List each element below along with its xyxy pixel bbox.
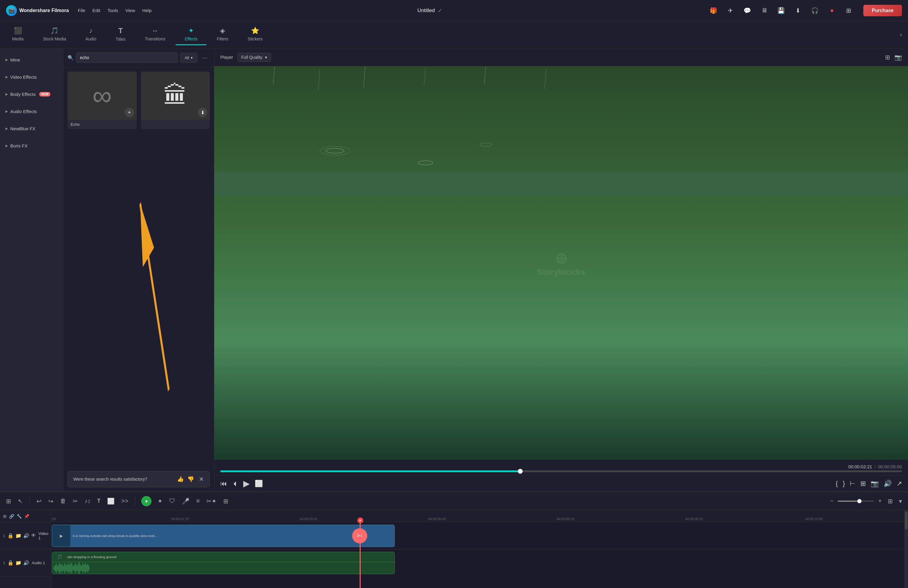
- video-folder-icon[interactable]: 📁: [15, 533, 21, 538]
- audio-clip[interactable]: 🎵 rain dropping in a flooding ground: [52, 552, 395, 574]
- timeline-scrollbar[interactable]: [905, 510, 908, 588]
- mic-button[interactable]: 🎤: [180, 496, 191, 506]
- grid-icon[interactable]: ⊞: [844, 5, 854, 16]
- menu-tools[interactable]: Tools: [108, 8, 118, 13]
- frame-back-button[interactable]: ⏴: [232, 480, 238, 488]
- crop-tl-button[interactable]: ⬜: [105, 496, 116, 506]
- add-track-icon[interactable]: ⊞: [3, 514, 6, 519]
- volume-button[interactable]: 🔊: [884, 480, 892, 488]
- tab-filters[interactable]: ◈ Filters: [208, 24, 237, 45]
- zoom-slider[interactable]: [838, 501, 874, 502]
- tab-audio[interactable]: ♪ Audio: [76, 24, 105, 45]
- scrollbar-thumb[interactable]: [905, 511, 908, 530]
- echo-add-button[interactable]: +: [125, 108, 134, 117]
- message-icon[interactable]: 💬: [742, 5, 753, 16]
- bank-download-button[interactable]: ⬇: [198, 108, 207, 117]
- sidebar-item-mine[interactable]: ▶ Mine: [0, 51, 63, 69]
- player-view-icons: ⊞ 📷: [885, 54, 902, 61]
- menu-view[interactable]: View: [125, 8, 135, 13]
- body-effects-new-badge: NEW: [39, 92, 50, 96]
- crop-button[interactable]: ⬜: [255, 480, 263, 488]
- link-icon[interactable]: 🔗: [9, 514, 14, 519]
- insert-button[interactable]: ⊢: [850, 480, 855, 488]
- menu-file[interactable]: File: [78, 8, 85, 13]
- tab-stock-media[interactable]: 🎵 Stock Media: [34, 24, 75, 45]
- sidebar-item-boris-fx[interactable]: ▶ Boris FX: [0, 137, 63, 154]
- record-icon[interactable]: ●: [826, 5, 837, 16]
- ai-cut-button[interactable]: ✂✦: [204, 496, 219, 506]
- purchase-button[interactable]: Purchase: [863, 5, 902, 16]
- quality-select[interactable]: Full Quality ▾: [237, 53, 271, 62]
- share-icon[interactable]: ✈: [725, 5, 736, 16]
- tab-effects[interactable]: ✦ Effects: [175, 24, 207, 45]
- video-eye-icon[interactable]: 👁: [31, 533, 36, 538]
- progress-thumb[interactable]: [518, 469, 523, 474]
- shield-button[interactable]: 🛡: [167, 496, 177, 506]
- download-icon[interactable]: ⬇: [793, 5, 803, 16]
- marker-icon[interactable]: 📌: [24, 514, 29, 519]
- save-icon[interactable]: 💾: [776, 5, 787, 16]
- select-button[interactable]: ↖: [16, 496, 25, 506]
- zoom-out-button[interactable]: −: [828, 496, 836, 506]
- tab-stock-label: Stock Media: [43, 37, 66, 41]
- redo-button[interactable]: ↪: [47, 496, 55, 506]
- step-back-button[interactable]: ⏮: [220, 480, 227, 488]
- effects-more-button[interactable]: ···: [200, 53, 210, 63]
- audio-detach-button[interactable]: ♪↕: [83, 496, 92, 506]
- mark-out-button[interactable]: }: [843, 480, 845, 488]
- text-button[interactable]: T: [95, 496, 102, 506]
- filter-dropdown[interactable]: All ▾: [180, 53, 197, 63]
- cut-button[interactable]: ✂: [71, 496, 80, 506]
- grid-tl-button[interactable]: ⊞: [886, 496, 895, 506]
- effect-card-bank[interactable]: 🏛 ⬇: [141, 71, 210, 129]
- tab-titles[interactable]: T Titles: [106, 24, 135, 45]
- effect-card-echo[interactable]: ∞ + Echo: [68, 71, 137, 129]
- video-lock-icon[interactable]: 🔒: [8, 533, 14, 538]
- snap-icon[interactable]: 🔧: [17, 514, 22, 519]
- delete-button[interactable]: 🗑: [58, 496, 68, 506]
- filter-chevron-icon: ▾: [191, 56, 193, 60]
- insert-tl-button[interactable]: ⊞: [222, 496, 230, 506]
- video-volume-icon[interactable]: 🔊: [23, 533, 29, 538]
- sidebar-item-video-effects[interactable]: ▶ Video Effects: [0, 69, 63, 86]
- sidebar-item-body-effects[interactable]: ▶ Body Effects NEW: [0, 86, 63, 103]
- gift-icon[interactable]: 🎁: [708, 5, 719, 16]
- split-view-icon[interactable]: ⊞: [885, 54, 890, 61]
- zoom-slider-thumb[interactable]: [857, 499, 861, 503]
- progress-track[interactable]: [220, 471, 902, 472]
- sidebar-item-audio-effects[interactable]: ▶ Audio Effects: [0, 103, 63, 120]
- menu-edit[interactable]: Edit: [92, 8, 100, 13]
- zoom-in-button[interactable]: +: [876, 496, 884, 506]
- more-tl-button[interactable]: >>: [119, 496, 130, 506]
- feedback-close-icon[interactable]: ✕: [199, 476, 204, 483]
- audio-icon[interactable]: 🎧: [810, 5, 821, 16]
- thumbdown-icon[interactable]: 👎: [187, 476, 194, 482]
- sidebar-item-newblue-fx[interactable]: ▶ NewBlue FX: [0, 120, 63, 137]
- wave-bar: [75, 563, 76, 573]
- settings-button[interactable]: ↗: [897, 480, 902, 488]
- effects-tl-button[interactable]: ✦: [156, 496, 164, 506]
- thumbup-icon[interactable]: 👍: [177, 476, 184, 482]
- audio-folder-icon[interactable]: 📁: [15, 560, 21, 566]
- tab-media[interactable]: ⬛ Media: [3, 24, 32, 45]
- menu-help[interactable]: Help: [142, 8, 152, 13]
- undo-button[interactable]: ↩: [35, 496, 43, 506]
- scene-detect-button[interactable]: ⊞: [4, 496, 13, 506]
- mark-in-button[interactable]: {: [836, 480, 838, 488]
- play-button[interactable]: ▶: [243, 479, 250, 488]
- green-circle-button[interactable]: ●: [141, 496, 151, 506]
- video-clip[interactable]: ▶ it-is-raining-outside-rain-drop-break-…: [52, 525, 395, 547]
- monitor-icon[interactable]: 🖥: [759, 5, 770, 16]
- fullscreen-button[interactable]: ⊞: [860, 480, 866, 488]
- wave-bar: [79, 562, 80, 574]
- camera-button[interactable]: 📷: [871, 480, 879, 488]
- search-input[interactable]: [76, 53, 178, 63]
- audio-volume-icon[interactable]: 🔊: [23, 560, 29, 566]
- more-tl-options-button[interactable]: ▾: [897, 496, 904, 506]
- screenshot-icon[interactable]: 📷: [894, 54, 902, 61]
- tab-stickers[interactable]: ⭐ Stickers: [239, 24, 272, 45]
- more-tabs-button[interactable]: ›: [897, 28, 905, 41]
- tab-transitions[interactable]: ↔ Transitions: [136, 24, 174, 45]
- caption-button[interactable]: ≡: [194, 496, 201, 506]
- audio-lock-icon[interactable]: 🔒: [8, 560, 14, 566]
